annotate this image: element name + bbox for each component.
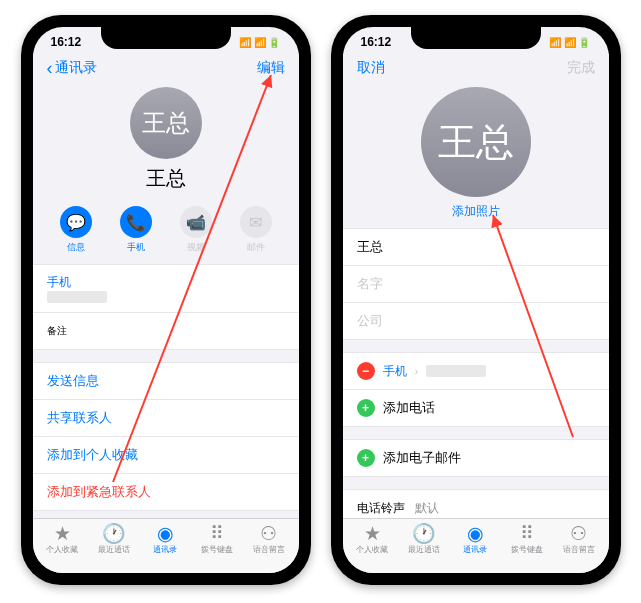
voicemail-icon: ⚇	[260, 524, 277, 543]
tab-favorites[interactable]: ★个人收藏	[37, 524, 89, 555]
phone-section: 手机 备注	[33, 264, 299, 350]
avatar[interactable]: 王总	[421, 87, 531, 197]
add-email-row[interactable]: +添加电子邮件	[343, 440, 609, 476]
company-field[interactable]: 公司	[343, 303, 609, 339]
star-icon: ★	[54, 524, 71, 543]
tab-contacts[interactable]: ◉通讯录	[450, 524, 502, 555]
phone-number-redacted	[426, 365, 486, 377]
lastname-field[interactable]: 王总	[343, 229, 609, 266]
notch	[101, 27, 231, 49]
message-icon: 💬	[60, 206, 92, 238]
send-message-link[interactable]: 发送信息	[33, 363, 299, 400]
tab-bar: ★个人收藏 🕐最近通话 ◉通讯录 ⠿拨号键盘 ⚇语音留言	[33, 518, 299, 573]
voicemail-icon: ⚇	[570, 524, 587, 543]
keypad-icon: ⠿	[520, 524, 534, 543]
star-icon: ★	[364, 524, 381, 543]
contact-icon: ◉	[467, 524, 484, 543]
add-photo-link[interactable]: 添加照片	[343, 203, 609, 220]
firstname-field[interactable]: 名字	[343, 266, 609, 303]
action-call[interactable]: 📞手机	[120, 206, 152, 254]
name-fields: 王总 名字 公司	[343, 228, 609, 340]
content: 王总 王总 💬信息 📞手机 📹视频 ✉邮件 手机 备注 发送信息 共享联系人 添…	[33, 83, 299, 518]
action-message[interactable]: 💬信息	[60, 206, 92, 254]
done-button[interactable]: 完成	[567, 59, 595, 77]
phone-edit-section: −手机› +添加电话	[343, 352, 609, 427]
nav-bar: ‹通讯录 编辑	[33, 53, 299, 83]
tab-favorites[interactable]: ★个人收藏	[347, 524, 399, 555]
clock-icon: 🕐	[102, 524, 126, 543]
tab-keypad[interactable]: ⠿拨号键盘	[501, 524, 553, 555]
tab-recents[interactable]: 🕐最近通话	[398, 524, 450, 555]
keypad-icon: ⠿	[210, 524, 224, 543]
avatar-section: 王总 添加照片	[343, 83, 609, 228]
ringtone-row[interactable]: 电话铃声默认	[343, 490, 609, 518]
status-indicators: 📶 📶 🔋	[549, 37, 591, 48]
add-icon: +	[357, 399, 375, 417]
tab-keypad[interactable]: ⠿拨号键盘	[191, 524, 243, 555]
action-mail: ✉邮件	[240, 206, 272, 254]
links-section: 发送信息 共享联系人 添加到个人收藏 添加到紧急联系人	[33, 362, 299, 511]
share-contact-link[interactable]: 共享联系人	[33, 400, 299, 437]
status-indicators: 📶 📶 🔋	[239, 37, 281, 48]
contact-icon: ◉	[157, 524, 174, 543]
chevron-left-icon: ‹	[47, 59, 53, 77]
tab-voicemail[interactable]: ⚇语音留言	[243, 524, 295, 555]
avatar-section: 王总 王总	[33, 83, 299, 200]
clock-icon: 🕐	[412, 524, 436, 543]
ringtone-section: 电话铃声默认	[343, 489, 609, 518]
edit-button[interactable]: 编辑	[257, 59, 285, 77]
add-phone-row[interactable]: +添加电话	[343, 390, 609, 426]
action-video: 📹视频	[180, 206, 212, 254]
screen-left: 16:12 📶 📶 🔋 ‹通讯录 编辑 王总 王总 💬信息 📞手机 📹视频 ✉邮…	[33, 27, 299, 573]
phone-edit-row[interactable]: −手机›	[343, 353, 609, 390]
phone-number-redacted	[47, 291, 107, 303]
phone-icon: 📞	[120, 206, 152, 238]
content: 王总 添加照片 王总 名字 公司 −手机› +添加电话 +添加电子邮件 电话铃声…	[343, 83, 609, 518]
chevron-right-icon: ›	[415, 365, 419, 377]
notch	[411, 27, 541, 49]
mail-icon: ✉	[240, 206, 272, 238]
tab-voicemail[interactable]: ⚇语音留言	[553, 524, 605, 555]
add-emergency-link[interactable]: 添加到紧急联系人	[33, 474, 299, 510]
remark-row[interactable]: 备注	[33, 313, 299, 349]
tab-contacts[interactable]: ◉通讯录	[140, 524, 192, 555]
status-time: 16:12	[51, 35, 82, 49]
phone-left: 16:12 📶 📶 🔋 ‹通讯录 编辑 王总 王总 💬信息 📞手机 📹视频 ✉邮…	[21, 15, 311, 585]
action-row: 💬信息 📞手机 📹视频 ✉邮件	[33, 200, 299, 264]
video-icon: 📹	[180, 206, 212, 238]
add-icon: +	[357, 449, 375, 467]
back-button[interactable]: ‹通讯录	[47, 59, 97, 77]
screen-right: 16:12 📶 📶 🔋 取消 完成 王总 添加照片 王总 名字 公司 −手机› …	[343, 27, 609, 573]
add-favorite-link[interactable]: 添加到个人收藏	[33, 437, 299, 474]
nav-bar: 取消 完成	[343, 53, 609, 83]
cancel-button[interactable]: 取消	[357, 59, 385, 77]
tab-bar: ★个人收藏 🕐最近通话 ◉通讯录 ⠿拨号键盘 ⚇语音留言	[343, 518, 609, 573]
phone-right: 16:12 📶 📶 🔋 取消 完成 王总 添加照片 王总 名字 公司 −手机› …	[331, 15, 621, 585]
avatar[interactable]: 王总	[130, 87, 202, 159]
email-edit-section: +添加电子邮件	[343, 439, 609, 477]
status-time: 16:12	[361, 35, 392, 49]
phone-row[interactable]: 手机	[33, 265, 299, 313]
remove-icon[interactable]: −	[357, 362, 375, 380]
tab-recents[interactable]: 🕐最近通话	[88, 524, 140, 555]
contact-name: 王总	[33, 165, 299, 192]
